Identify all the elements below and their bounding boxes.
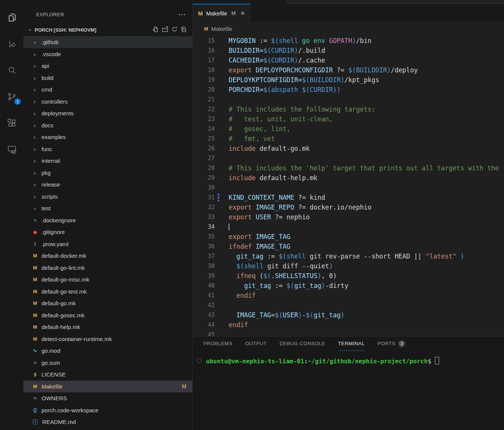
- code-line[interactable]: 35export IMAGE_TAG: [193, 232, 504, 242]
- explorer-item-detect-container-runtime-mk[interactable]: Mdetect-container-runtime.mk: [23, 333, 192, 345]
- list-icon: ≡: [32, 395, 38, 401]
- panel-tab-debug-console[interactable]: DEBUG CONSOLE: [280, 337, 325, 351]
- explorer-item-default-go-test-mk[interactable]: Mdefault-go-test.mk: [23, 286, 192, 298]
- explorer-item-api[interactable]: ›api: [23, 60, 192, 72]
- code-line[interactable]: 22# This includes the following targets:: [193, 104, 504, 114]
- makefile-icon: M: [32, 312, 38, 318]
- code-line[interactable]: 34: [193, 222, 504, 232]
- explorer-item-default-go-lint-mk[interactable]: Mdefault-go-lint.mk: [23, 262, 192, 274]
- line-number: 27: [193, 153, 215, 163]
- panel-tab-terminal[interactable]: TERMINAL: [338, 337, 365, 351]
- refresh-icon[interactable]: [171, 26, 178, 34]
- explorer-item-default-gosec-mk[interactable]: Mdefault-gosec.mk: [23, 309, 192, 321]
- explorer-item-license[interactable]: §LICENSE: [23, 369, 192, 381]
- explorer-item--vscode[interactable]: ›.vscode: [23, 48, 192, 60]
- panel-tab-problems[interactable]: PROBLEMS: [203, 337, 232, 351]
- remote-explorer-icon[interactable]: [0, 140, 23, 158]
- explorer-item-go-mod[interactable]: ∿go.mod: [23, 345, 192, 357]
- explorer-item-readme-md[interactable]: iREADME.md: [23, 416, 192, 428]
- code-line[interactable]: 32export IMAGE_REPO ?= docker.io/nephio: [193, 202, 504, 212]
- code-line[interactable]: 40 git_tag := $(git_tag)-dirty: [193, 281, 504, 291]
- code-line[interactable]: 17CACHEDIR=$(CURDIR)/.cache: [193, 55, 504, 65]
- code-line[interactable]: 23# test, unit, unit-clean,: [193, 114, 504, 124]
- workspace-section-header[interactable]: › PORCH [SSH: NEPHIOVM]: [23, 24, 192, 35]
- code-line[interactable]: 16BUILDDIR=$(CURDIR)/.build: [193, 46, 504, 55]
- breadcrumb-item[interactable]: Makefile: [211, 26, 232, 32]
- run-debug-icon[interactable]: [0, 35, 23, 53]
- explorer-item--dockerignore[interactable]: ≈.dockerignore: [23, 214, 192, 226]
- line-number: 40: [193, 281, 215, 291]
- code-line[interactable]: 39 ifneq ($(.SHELLSTATUS), 0): [193, 271, 504, 281]
- code-line[interactable]: 44endif: [193, 320, 504, 330]
- code-line[interactable]: 29include default-help.mk: [193, 173, 504, 183]
- line-number: 44: [193, 320, 215, 330]
- panel-tab-ports[interactable]: PORTS2: [378, 337, 406, 351]
- code-line[interactable]: 33export USER ?= nephio: [193, 212, 504, 222]
- file-label: .gitignore: [41, 229, 65, 235]
- explorer-item-func[interactable]: ›func: [23, 143, 192, 155]
- code-line[interactable]: 19DEPLOYKPTCONFIGDIR=$(BUILDDIR)/kpt_pkg…: [193, 75, 504, 85]
- code-line[interactable]: 20PORCHDIR=$(abspath $(CURDIR)): [193, 85, 504, 95]
- code-editor[interactable]: 15MYGOBIN := $(shell go env GOPATH)/bin1…: [193, 36, 504, 337]
- vscode-window: 1 EXPLORER ⋯ › PORCH [SSH:: [0, 0, 504, 430]
- explorer-item-pkg[interactable]: ›pkg: [23, 167, 192, 179]
- explorer-item--prow-yaml[interactable]: !.prow.yaml: [23, 238, 192, 250]
- explorer-item-default-go-mk[interactable]: Mdefault-go.mk: [23, 297, 192, 309]
- command-center[interactable]: [286, 0, 504, 4]
- explorer-item-test[interactable]: ›test: [23, 202, 192, 214]
- code-line[interactable]: 15MYGOBIN := $(shell go env GOPATH)/bin: [193, 36, 504, 46]
- code-line[interactable]: 18export DEPLOYPORCHCONFIGDIR ?= $(BUILD…: [193, 65, 504, 75]
- explorer-item-owners[interactable]: ≡OWNERS: [23, 392, 192, 404]
- panel-tab-output[interactable]: OUTPUT: [245, 337, 267, 351]
- explorer-item-docs[interactable]: ›docs: [23, 119, 192, 132]
- collapse-all-icon[interactable]: [181, 26, 187, 34]
- code-line[interactable]: 41 endif: [193, 291, 504, 300]
- new-file-icon[interactable]: [152, 26, 159, 34]
- explorer-item-go-sum[interactable]: ≡go.sum: [23, 357, 192, 369]
- code-line[interactable]: 30: [193, 183, 504, 193]
- command-decoration-icon[interactable]: [197, 358, 201, 363]
- new-folder-icon[interactable]: [162, 26, 168, 34]
- code-line[interactable]: 31KIND_CONTEXT_NAME ?= kind: [193, 193, 504, 202]
- chevron-right-icon: ›: [31, 170, 38, 176]
- explorer-item-default-go-misc-mk[interactable]: Mdefault-go-misc.mk: [23, 274, 192, 286]
- more-actions-icon[interactable]: ⋯: [178, 12, 186, 16]
- code-line[interactable]: 27: [193, 153, 504, 163]
- code-line[interactable]: 43 IMAGE_TAG=$(USER)-$(git_tag): [193, 310, 504, 320]
- explorer-item-cmd[interactable]: ›cmd: [23, 84, 192, 96]
- line-number: 35: [193, 232, 215, 242]
- line-number: 34: [193, 222, 215, 232]
- explorer-item-internal[interactable]: ›internal: [23, 155, 192, 167]
- source-control-icon[interactable]: 1: [0, 87, 23, 106]
- explorer-item-deployments[interactable]: ›deployments: [23, 107, 192, 119]
- code-line[interactable]: 37 git_tag := $(shell git rev-parse --sh…: [193, 251, 504, 261]
- explorer-item-makefile[interactable]: MMakefileM: [23, 381, 192, 393]
- explorer-item-build[interactable]: ›build: [23, 72, 192, 84]
- terminal[interactable]: ubuntu@vm-nephio-ts-liam-01:~/git/github…: [193, 351, 504, 365]
- close-icon[interactable]: ×: [241, 9, 245, 17]
- code-line[interactable]: 38 $(shell git diff --quiet): [193, 261, 504, 271]
- code-line[interactable]: 21: [193, 95, 504, 104]
- code-line[interactable]: 45: [193, 330, 504, 337]
- explorer-item-examples[interactable]: ›examples: [23, 131, 192, 143]
- explorer-item-default-docker-mk[interactable]: Mdefault-docker.mk: [23, 250, 192, 262]
- code-line[interactable]: 26include default-go.mk: [193, 144, 504, 153]
- breadcrumb[interactable]: M Makefile: [193, 22, 504, 36]
- explorer-item-controllers[interactable]: ›controllers: [23, 96, 192, 108]
- extensions-icon[interactable]: [0, 114, 23, 132]
- code-line[interactable]: 25# fmt, vet: [193, 134, 504, 144]
- explorer-item-porch-code-workspace[interactable]: {}porch.code-workspace: [23, 404, 192, 416]
- explorer-item-release[interactable]: ›release: [23, 179, 192, 191]
- line-number: 36: [193, 242, 215, 251]
- explorer-icon[interactable]: [0, 8, 23, 26]
- tab-makefile[interactable]: M Makefile M ×: [193, 4, 250, 22]
- explorer-item-default-help-mk[interactable]: Mdefault-help.mk: [23, 321, 192, 333]
- code-line[interactable]: 28# This includes the 'help' target that…: [193, 163, 504, 173]
- code-line[interactable]: 36ifndef IMAGE_TAG: [193, 242, 504, 251]
- explorer-item-scripts[interactable]: ›scripts: [23, 191, 192, 203]
- code-line[interactable]: 42: [193, 300, 504, 310]
- code-line[interactable]: 24# gosec, lint,: [193, 124, 504, 134]
- search-icon[interactable]: [0, 61, 23, 79]
- explorer-item--github[interactable]: ›.github: [23, 36, 192, 48]
- explorer-item--gitignore[interactable]: ◆.gitignore: [23, 226, 192, 238]
